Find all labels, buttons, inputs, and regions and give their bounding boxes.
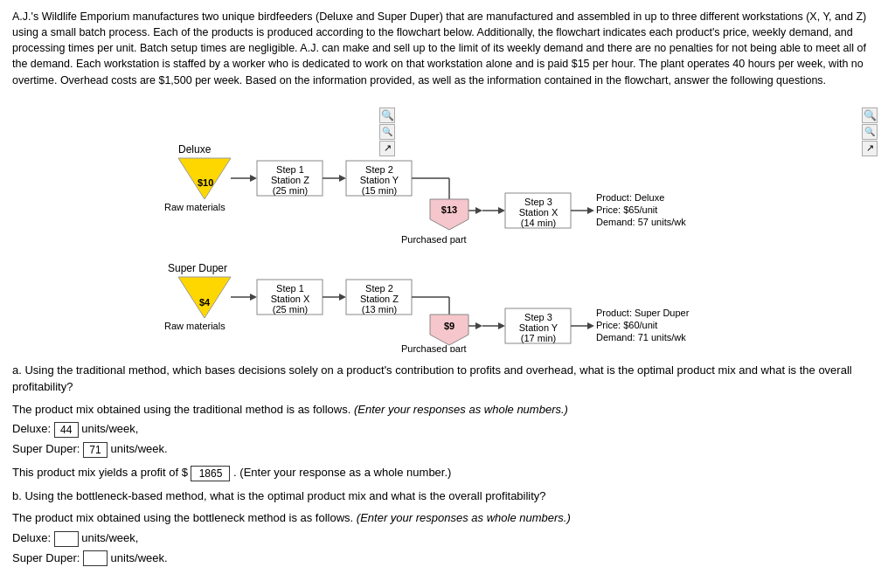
intro-text: A.J.'s Wildlife Emporium manufactures tw… — [12, 9, 883, 88]
svg-marker-28 — [498, 322, 505, 329]
b-superduper-suffix: units/week. — [111, 551, 168, 564]
sd-prod-label: Product: Super Duper — [596, 308, 690, 318]
main-content: 🔍 🔍 ↗ 🔍 🔍 ↗ Deluxe $10 Raw materials Ste… — [12, 107, 886, 568]
d-s3-l1: Step 3 — [524, 197, 552, 207]
d-s2-l1: Step 2 — [365, 164, 393, 175]
b-result-prefix: The product mix obtained using the bottl… — [12, 511, 353, 524]
sd-s1-l2: Station X — [271, 294, 310, 304]
deluxe-cost: $10 — [198, 177, 213, 188]
deluxe-title: Deluxe — [178, 143, 212, 156]
d-prod-price: Price: $65/unit — [596, 204, 657, 215]
a-profit-row: This product mix yields a profit of $ . … — [12, 464, 886, 482]
svg-marker-10 — [475, 207, 482, 214]
d-prod-demand: Demand: 57 units/wk — [596, 217, 686, 227]
a-superduper-input[interactable] — [83, 442, 108, 458]
d-s3-l3: (14 min) — [521, 218, 556, 228]
flowchart-diagram: Deluxe $10 Raw materials Step 1 Station … — [91, 107, 808, 352]
a-superduper-row: Super Duper: units/week. — [12, 440, 886, 459]
zoom-out-btn[interactable]: 🔍 — [379, 124, 395, 140]
deluxe-raw: Raw materials — [164, 202, 225, 212]
sd-s2-l3: (13 min) — [362, 304, 397, 315]
svg-marker-2 — [250, 175, 257, 182]
question-a-result-text: The product mix obtained using the tradi… — [12, 401, 886, 419]
a-deluxe-suffix: units/week, — [81, 422, 138, 435]
a-profit-input[interactable] — [191, 466, 230, 481]
d-s1-l3: (25 min) — [273, 185, 308, 196]
superduper-title: Super Duper — [168, 262, 227, 274]
a-deluxe-prefix: Deluxe: — [12, 422, 51, 435]
b-deluxe-row: Deluxe: units/week, — [12, 529, 886, 548]
sd-raw: Raw materials — [164, 321, 225, 331]
svg-marker-5 — [339, 175, 346, 182]
b-superduper-input[interactable] — [83, 550, 108, 566]
a-result-italic: (Enter your responses as whole numbers.) — [354, 403, 568, 416]
d-prod-label: Product: Deluxe — [596, 192, 664, 203]
sd-s2-l1: Step 2 — [365, 283, 393, 294]
zoom-out-btn-r[interactable]: 🔍 — [862, 124, 878, 140]
svg-marker-15 — [587, 207, 594, 214]
sd-prod-price: Price: $60/unit — [596, 320, 657, 330]
a-deluxe-row: Deluxe: units/week, — [12, 420, 886, 439]
external-link-btn[interactable]: ↗ — [379, 141, 395, 156]
svg-marker-18 — [250, 294, 257, 301]
a-deluxe-input[interactable] — [54, 422, 79, 438]
a-superduper-prefix: Super Duper: — [12, 442, 80, 455]
sd-s3-l1: Step 3 — [524, 312, 552, 322]
svg-marker-26 — [475, 322, 482, 329]
question-b-result-text: The product mix obtained using the bottl… — [12, 509, 886, 528]
question-b-text: b. Using the bottleneck-based method, wh… — [12, 488, 886, 505]
a-superduper-suffix: units/week. — [111, 442, 168, 455]
a-profit-suffix: . (Enter your response as a whole number… — [233, 466, 451, 479]
d-s2-l2: Station Y — [360, 175, 399, 185]
zoom-in-btn-r[interactable]: 🔍 — [862, 107, 878, 123]
svg-marker-31 — [587, 322, 594, 329]
b-result-italic: (Enter your responses as whole numbers.) — [357, 511, 571, 524]
d-s1-l2: Station Z — [271, 175, 309, 185]
sd-s2-l2: Station Z — [360, 294, 399, 304]
sd-cost: $4 — [199, 297, 211, 308]
a-profit-prefix: This product mix yields a profit of $ — [12, 466, 188, 479]
zoom-in-btn[interactable]: 🔍 — [379, 107, 395, 123]
sd-s1-l1: Step 1 — [276, 283, 304, 294]
b-superduper-row: Super Duper: units/week. — [12, 550, 886, 568]
sd-purchased-label: Purchased part — [401, 343, 467, 352]
b-deluxe-prefix: Deluxe: — [12, 531, 51, 544]
svg-marker-12 — [498, 207, 505, 214]
question-a-text: a. Using the traditional method, which b… — [12, 362, 886, 396]
b-deluxe-suffix: units/week, — [81, 531, 138, 544]
external-link-btn-r[interactable]: ↗ — [862, 141, 878, 156]
sd-s1-l3: (25 min) — [273, 304, 308, 315]
b-deluxe-input[interactable] — [54, 531, 79, 547]
sd-s3-l3: (17 min) — [521, 333, 556, 343]
sd-prod-demand: Demand: 71 units/wk — [596, 332, 686, 342]
d-s3-l2: Station X — [519, 207, 559, 218]
flowchart-container: 🔍 🔍 ↗ 🔍 🔍 ↗ Deluxe $10 Raw materials Ste… — [12, 107, 886, 355]
sd-s3-l2: Station Y — [519, 322, 559, 333]
b-superduper-prefix: Super Duper: — [12, 551, 80, 564]
d-s1-l1: Step 1 — [276, 164, 304, 175]
a-result-prefix: The product mix obtained using the tradi… — [12, 403, 350, 416]
sd-purchased-price: $9 — [444, 321, 454, 331]
d-s2-l3: (15 min) — [362, 185, 397, 196]
deluxe-purchased-label: Purchased part — [401, 234, 467, 245]
deluxe-purchased-price: $13 — [441, 204, 457, 215]
svg-marker-21 — [339, 294, 346, 301]
